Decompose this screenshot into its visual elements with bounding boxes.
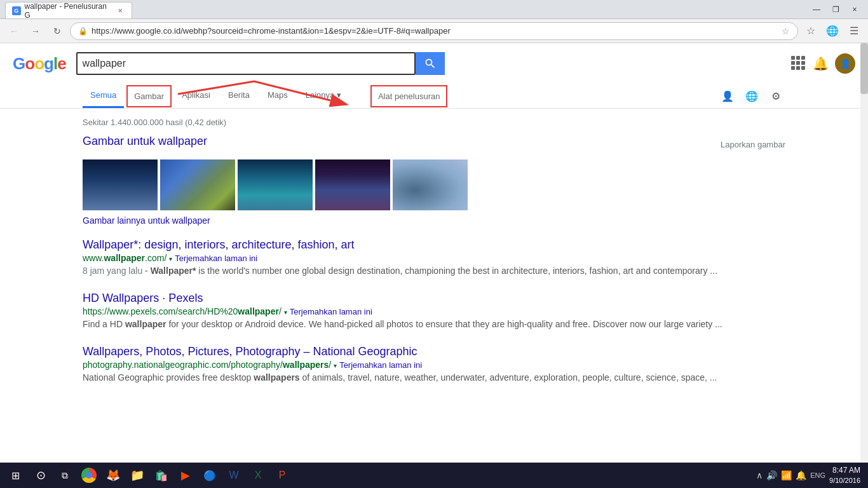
logo-g: G bbox=[13, 54, 25, 73]
image-section-header: Gambar untuk wallpaper Laporkan gambar bbox=[83, 135, 785, 154]
result-url-line-2: https://www.pexels.com/search/HD%20wallp… bbox=[83, 306, 785, 316]
translate-link-3[interactable]: Terjemahkan laman ini bbox=[339, 360, 422, 370]
thumbnail-4[interactable] bbox=[315, 159, 390, 210]
chrome-taskbar-btn[interactable] bbox=[78, 464, 100, 482]
search-results: Sekitar 1.440.000.000 hasil (0,42 detik)… bbox=[0, 109, 868, 411]
notification-icon[interactable]: 🔔 bbox=[813, 56, 829, 71]
excel-taskbar-btn[interactable]: X bbox=[247, 464, 269, 482]
browser-icons: ☆ 🌐 ☰ bbox=[802, 22, 863, 40]
results-count: Sekitar 1.440.000.000 hasil (0,42 detik) bbox=[83, 114, 785, 135]
result-url-3: photography.nationalgeographic.com/photo… bbox=[83, 360, 337, 370]
search-box-container bbox=[76, 52, 445, 75]
user-avatar[interactable]: 👤 bbox=[835, 53, 855, 74]
search-input[interactable] bbox=[78, 55, 414, 72]
time-display[interactable]: 8:47 AM 9/10/2016 bbox=[829, 465, 860, 482]
tab-maps[interactable]: Maps bbox=[260, 84, 295, 108]
nav-right-controls: 👤 🌐 ⚙ bbox=[718, 86, 785, 105]
tab-area: G wallpaper - Penelusuran G × bbox=[5, 0, 803, 18]
network-icon[interactable]: 📶 bbox=[781, 470, 792, 480]
task-view-btn[interactable]: ⧉ bbox=[53, 464, 76, 482]
tray-icons: ∧ 🔊 📶 🔔 ENG bbox=[756, 470, 825, 480]
settings-nav-icon[interactable]: ⚙ bbox=[766, 86, 785, 105]
more-images-link[interactable]: Gambar lainnya untuk wallpaper bbox=[83, 215, 785, 226]
refresh-btn[interactable]: ↻ bbox=[48, 22, 66, 40]
tab-aplikasi[interactable]: Aplikasi bbox=[174, 84, 218, 108]
tab-title: wallpaper - Penelusuran G bbox=[25, 2, 112, 20]
url-display: https://www.google.co.id/webhp?sourceid=… bbox=[92, 26, 778, 36]
tab-alat-penelusuran[interactable]: Alat penelusuran bbox=[370, 85, 448, 107]
thumbnail-3[interactable] bbox=[238, 159, 313, 210]
logo-gl: g bbox=[44, 54, 53, 73]
google-header: Google 🔔 👤 bbox=[0, 43, 868, 84]
google-page: Google 🔔 👤 Semua Gambar Aplikasi bbox=[0, 43, 868, 482]
explorer-taskbar-btn[interactable]: 📁 bbox=[126, 464, 149, 482]
thumbnail-5[interactable] bbox=[393, 159, 468, 210]
media-taskbar-btn[interactable]: ▶ bbox=[174, 464, 197, 482]
logo-o2: o bbox=[34, 54, 44, 73]
ppt-taskbar-btn[interactable]: P bbox=[271, 464, 294, 482]
word-taskbar-btn[interactable]: W bbox=[222, 464, 245, 482]
lock-icon: 🔒 bbox=[78, 27, 88, 36]
person-icon[interactable]: 👤 bbox=[718, 86, 737, 105]
result-desc-2: Find a HD wallpaper for your desktop or … bbox=[83, 318, 785, 331]
translate-link-1[interactable]: Terjemahkan laman ini bbox=[175, 254, 257, 263]
active-tab[interactable]: G wallpaper - Penelusuran G × bbox=[5, 2, 132, 18]
globe-icon[interactable]: 🌐 bbox=[824, 22, 841, 40]
forward-btn[interactable]: → bbox=[27, 22, 44, 40]
language-indicator[interactable]: ENG bbox=[810, 471, 825, 479]
scrollbar-thumb[interactable] bbox=[860, 43, 868, 94]
search-button[interactable] bbox=[416, 52, 445, 75]
result-title-2[interactable]: HD Wallpapers · Pexels bbox=[83, 292, 785, 305]
tab-berita[interactable]: Berita bbox=[220, 84, 257, 108]
header-right: 🔔 👤 bbox=[791, 53, 855, 74]
system-tray: ∧ 🔊 📶 🔔 ENG 8:47 AM 9/10/2016 bbox=[751, 465, 865, 482]
window-controls: — ❐ × bbox=[808, 3, 863, 17]
app1-taskbar-btn[interactable]: 🔵 bbox=[198, 464, 221, 482]
thumbnail-2[interactable] bbox=[160, 159, 235, 210]
thumbnail-1[interactable] bbox=[83, 159, 158, 210]
firefox-taskbar-btn[interactable]: 🦊 bbox=[102, 464, 125, 482]
windows-icon: ⊞ bbox=[11, 470, 20, 482]
result-item-3: Wallpapers, Photos, Pictures, Photograph… bbox=[83, 345, 785, 384]
nav-tabs: Semua Gambar Aplikasi Berita Maps Lainny… bbox=[0, 84, 868, 109]
speaker-icon[interactable]: 🔊 bbox=[766, 470, 777, 480]
tab-favicon: G bbox=[12, 6, 21, 15]
search-icon bbox=[424, 57, 437, 70]
back-btn[interactable]: ← bbox=[5, 22, 23, 40]
minimize-btn[interactable]: — bbox=[808, 3, 825, 17]
apps-grid-icon[interactable] bbox=[791, 56, 806, 71]
notification-tray-icon[interactable]: 🔔 bbox=[796, 470, 806, 480]
search-taskbar-btn[interactable]: ⊙ bbox=[29, 464, 52, 482]
globe-nav-icon[interactable]: 🌐 bbox=[742, 86, 761, 105]
google-logo: Google bbox=[13, 54, 66, 74]
report-image-link[interactable]: Laporkan gambar bbox=[721, 140, 785, 149]
result-title-3[interactable]: Wallpapers, Photos, Pictures, Photograph… bbox=[83, 345, 785, 358]
taskbar: ⊞ ⊙ ⧉ 🦊 📁 🛍️ ▶ 🔵 W X P ∧ 🔊 📶 🔔 ENG 8:47 … bbox=[0, 463, 868, 482]
clock-date: 9/10/2016 bbox=[829, 476, 860, 482]
tab-lainnya[interactable]: Lainnya ▾ bbox=[298, 84, 349, 108]
up-arrow-tray[interactable]: ∧ bbox=[756, 470, 763, 480]
close-window-btn[interactable]: × bbox=[846, 3, 863, 17]
store-taskbar-btn[interactable]: 🛍️ bbox=[150, 464, 173, 482]
tab-gambar[interactable]: Gambar bbox=[126, 85, 172, 107]
result-url-line-1: www.wallpaper.com/ ▾ Terjemahkan laman i… bbox=[83, 253, 785, 263]
translate-link-2[interactable]: Terjemahkan laman ini bbox=[290, 307, 372, 316]
logo-o-end: e bbox=[57, 54, 65, 73]
result-item-2: HD Wallpapers · Pexels https://www.pexel… bbox=[83, 292, 785, 331]
start-button[interactable]: ⊞ bbox=[3, 463, 28, 482]
restore-btn[interactable]: ❐ bbox=[827, 3, 844, 17]
menu-icon[interactable]: ☰ bbox=[845, 22, 863, 40]
browser-titlebar: G wallpaper - Penelusuran G × — ❐ × bbox=[0, 0, 868, 19]
result-url-2: https://www.pexels.com/search/HD%20wallp… bbox=[83, 306, 287, 316]
result-title-1[interactable]: Wallpaper*: design, interiors, architect… bbox=[83, 238, 785, 252]
scrollbar[interactable] bbox=[860, 43, 868, 463]
extensions-icon[interactable]: ☆ bbox=[802, 22, 820, 40]
images-for-wallpaper-link[interactable]: Gambar untuk wallpaper bbox=[83, 135, 207, 148]
tab-semua[interactable]: Semua bbox=[83, 84, 124, 108]
address-bar[interactable]: 🔒 https://www.google.co.id/webhp?sourcei… bbox=[70, 22, 798, 40]
bookmark-icon[interactable]: ☆ bbox=[782, 26, 790, 36]
tab-close-btn[interactable]: × bbox=[116, 6, 125, 16]
result-url-1: www.wallpaper.com/ ▾ bbox=[83, 253, 172, 263]
result-url-line-3: photography.nationalgeographic.com/photo… bbox=[83, 360, 785, 370]
logo-o1: o bbox=[25, 54, 34, 73]
